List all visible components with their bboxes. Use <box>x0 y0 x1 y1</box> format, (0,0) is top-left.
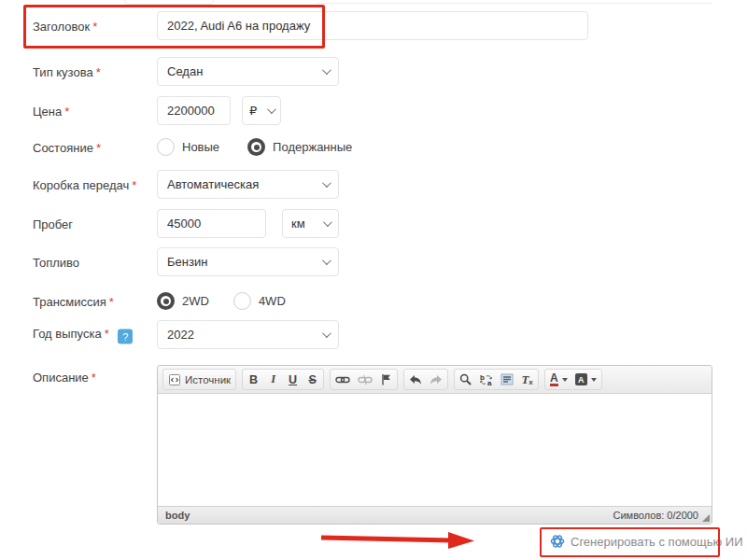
radio-icon[interactable] <box>157 138 175 156</box>
anchor-flag-icon <box>380 373 392 385</box>
underline-button[interactable]: U <box>283 370 303 389</box>
remove-format-T: T <box>521 372 529 387</box>
body-type-label: Тип кузова* <box>33 64 101 78</box>
search-icon <box>459 373 472 385</box>
transmission-option-4wd[interactable]: 4WD <box>233 292 286 310</box>
required-mark: * <box>132 177 136 191</box>
source-button-label: Источник <box>185 374 231 385</box>
field-row-transmission: Трансмиссия* 2WD 4WD <box>0 292 747 311</box>
chevron-down-icon <box>322 178 331 188</box>
text-color-icon: A <box>550 373 558 386</box>
link-button[interactable] <box>331 370 354 389</box>
fuel-label: Топливо <box>33 255 79 269</box>
element-path[interactable]: body <box>165 510 190 521</box>
cropped-element-above <box>124 0 214 5</box>
gearbox-label: Коробка передач* <box>33 177 136 191</box>
annotation-arrow <box>317 530 481 551</box>
fuel-value: Бензин <box>167 255 322 269</box>
required-mark: * <box>92 19 97 33</box>
redo-button[interactable] <box>426 370 446 389</box>
required-mark: * <box>96 141 101 155</box>
caret-down-icon <box>562 378 568 382</box>
toolbar-group-source: Источник <box>162 369 236 390</box>
gearbox-select[interactable]: Автоматическая <box>157 170 339 199</box>
anchor-button[interactable] <box>376 370 396 389</box>
required-mark: * <box>109 295 114 309</box>
transmission-option-2wd[interactable]: 2WD <box>157 292 209 310</box>
undo-button[interactable] <box>405 370 426 389</box>
select-all-button[interactable] <box>497 370 517 389</box>
description-editor: Источник B I U S <box>157 365 712 525</box>
required-mark: * <box>96 64 101 78</box>
field-row-body-type: Тип кузова* Седан <box>0 57 747 86</box>
fuel-select[interactable]: Бензин <box>157 247 339 276</box>
body-type-select[interactable]: Седан <box>157 57 339 86</box>
replace-icon: b a <box>479 373 493 386</box>
price-label: Цена* <box>33 104 69 118</box>
top-divider-line <box>316 3 712 4</box>
field-row-fuel: Топливо Бензин <box>0 247 747 276</box>
condition-option-new[interactable]: Новые <box>157 138 219 156</box>
generate-with-ai-label: Сгенерировать с помощью ИИ <box>571 535 743 549</box>
gearbox-value: Автоматическая <box>167 177 322 191</box>
unlink-icon <box>358 374 373 385</box>
toolbar-group-colors: A A <box>544 369 602 390</box>
transmission-option-4wd-label: 4WD <box>259 294 286 308</box>
chevron-down-icon <box>322 256 331 265</box>
title-label: Заголовок* <box>33 19 97 33</box>
toolbar-group-undo <box>403 369 448 390</box>
body-type-value: Седан <box>167 64 322 78</box>
chevron-down-icon <box>267 105 276 114</box>
undo-icon <box>409 374 422 385</box>
editor-content-area[interactable] <box>158 394 712 507</box>
char-counter: Символов: 0/2000 <box>613 510 698 521</box>
replace-button[interactable]: b a <box>475 370 497 389</box>
help-icon[interactable]: ? <box>118 329 133 343</box>
price-input[interactable] <box>157 96 231 125</box>
mileage-input[interactable] <box>157 209 266 238</box>
transmission-radio-group: 2WD 4WD <box>157 292 286 310</box>
generate-with-ai-button[interactable]: Сгенерировать с помощью ИИ <box>550 534 743 549</box>
condition-label: Состояние* <box>33 141 101 155</box>
remove-format-button[interactable]: T x <box>517 370 537 389</box>
radio-icon[interactable] <box>157 292 175 310</box>
mileage-unit-select[interactable]: км <box>282 209 339 238</box>
unlink-button[interactable] <box>354 370 376 389</box>
mileage-label: Пробег <box>33 217 73 231</box>
background-color-button[interactable]: A <box>571 370 600 389</box>
required-mark: * <box>92 371 96 385</box>
toolbar-group-links <box>330 369 398 390</box>
year-select[interactable]: 2022 <box>157 320 339 349</box>
ai-openai-icon <box>550 534 565 549</box>
text-color-button[interactable]: A <box>546 370 571 389</box>
bold-button[interactable]: B <box>244 370 263 389</box>
chevron-down-icon <box>323 217 332 227</box>
condition-radio-group: Новые Подержанные <box>157 138 352 156</box>
currency-select[interactable]: ₽ <box>242 96 281 125</box>
editor-statusbar: body Символов: 0/2000 <box>158 506 712 524</box>
required-mark: * <box>105 326 109 340</box>
toolbar-group-editing: b a T x <box>454 369 539 390</box>
title-input[interactable] <box>157 11 588 40</box>
strikethrough-button[interactable]: S <box>303 370 322 389</box>
source-button[interactable]: Источник <box>164 370 234 389</box>
condition-option-used[interactable]: Подержанные <box>247 138 352 156</box>
year-value: 2022 <box>167 328 322 342</box>
find-button[interactable] <box>456 370 475 389</box>
redo-icon <box>430 374 443 385</box>
required-mark: * <box>64 104 69 118</box>
select-all-icon <box>500 373 514 385</box>
field-row-year: Год выпуска* ? 2022 <box>0 320 747 349</box>
svg-text:b: b <box>480 373 485 382</box>
resize-grip-icon[interactable] <box>702 514 710 522</box>
source-icon <box>168 373 181 386</box>
field-row-condition: Состояние* Новые Подержанные <box>0 138 747 157</box>
transmission-option-2wd-label: 2WD <box>182 294 209 308</box>
editor-toolbar: Источник B I U S <box>158 366 712 394</box>
radio-icon[interactable] <box>233 292 251 310</box>
description-label: Описание* <box>33 371 96 385</box>
field-row-title: Заголовок* <box>0 11 747 40</box>
currency-value: ₽ <box>249 104 267 118</box>
radio-icon[interactable] <box>247 138 265 156</box>
italic-button[interactable]: I <box>263 370 283 389</box>
